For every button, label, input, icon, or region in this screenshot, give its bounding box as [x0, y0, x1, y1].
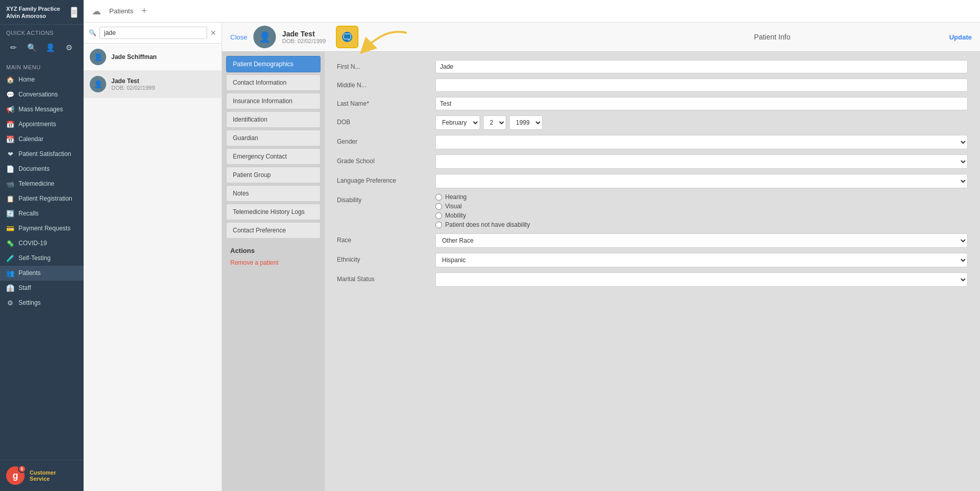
accordion-patient-group[interactable]: Patient Group	[226, 167, 321, 183]
sidebar-item-mass-messages[interactable]: 📢 Mass Messages	[0, 102, 84, 117]
sidebar-item-label: Recalls	[18, 210, 38, 217]
search-input[interactable]	[99, 27, 207, 39]
remove-patient-link[interactable]: Remove a patient	[230, 259, 278, 266]
disability-visual-radio[interactable]	[435, 203, 442, 210]
sidebar-item-recalls[interactable]: 🔄 Recalls	[0, 206, 84, 221]
chat-icon	[341, 31, 353, 43]
middle-name-label: Middle N...	[337, 78, 429, 89]
dob-year-select[interactable]: 1999	[509, 115, 543, 130]
add-user-button[interactable]: 👤	[43, 41, 57, 55]
last-name-label: Last Name*	[337, 97, 429, 107]
marital-status-select[interactable]	[435, 272, 968, 287]
disability-visual-option[interactable]: Visual	[435, 203, 968, 210]
accordion-identification[interactable]: Identification	[226, 111, 321, 128]
patient-header-avatar: 👤	[253, 26, 276, 48]
dob-row: DOB February 2 1999	[337, 115, 968, 130]
sidebar-item-documents[interactable]: 📄 Documents	[0, 162, 84, 176]
avatar: g 5	[6, 466, 25, 485]
notification-badge: 5	[18, 465, 26, 473]
accordion-contact-preference[interactable]: Contact Preference	[226, 222, 321, 239]
accordion-insurance-information[interactable]: Insurance Information	[226, 93, 321, 109]
sidebar-item-payment-requests[interactable]: 💳 Payment Requests	[0, 221, 84, 236]
first-name-row: First N...	[337, 60, 968, 73]
dob-day-select[interactable]: 2	[483, 115, 506, 130]
patient-item[interactable]: 👤 Jade Schiffman	[84, 44, 222, 71]
hamburger-button[interactable]: ≡	[71, 7, 77, 18]
sidebar-item-appointments[interactable]: 📅 Appointments	[0, 117, 84, 132]
payment-icon: 💳	[6, 225, 14, 232]
ethnicity-row: Ethnicity Hispanic	[337, 253, 968, 267]
disability-mobility-radio[interactable]	[435, 212, 442, 219]
sidebar-item-settings[interactable]: ⚙ Settings	[0, 296, 84, 310]
disability-hearing-radio[interactable]	[435, 194, 442, 201]
ethnicity-label: Ethnicity	[337, 253, 429, 263]
patient-info: Jade Schiffman	[111, 53, 215, 61]
sidebar-item-calendar[interactable]: 📆 Calendar	[0, 132, 84, 147]
sidebar-item-label: Patient Satisfaction	[18, 150, 71, 158]
sidebar-item-covid[interactable]: 🦠 COVID-19	[0, 236, 84, 251]
appointments-icon: 📅	[6, 121, 14, 128]
disability-none-radio[interactable]	[435, 222, 442, 228]
sidebar-item-conversations[interactable]: 💬 Conversations	[0, 87, 84, 102]
first-name-input[interactable]	[435, 60, 968, 73]
actions-section: Actions Remove a patient	[226, 241, 321, 272]
grade-school-select[interactable]	[435, 154, 968, 169]
add-patient-button[interactable]: +	[142, 6, 147, 16]
middle-name-input[interactable]	[435, 78, 968, 92]
compose-button[interactable]: ✏	[6, 41, 21, 55]
sidebar-item-label: Payment Requests	[18, 225, 70, 232]
accordion-emergency-contact[interactable]: Emergency Contact	[226, 148, 321, 165]
first-name-label: First N...	[337, 60, 429, 70]
close-button[interactable]: Close	[230, 33, 247, 41]
patient-detail-panel: Close 👤 Jade Test DOB: 02/02/1999 Messag…	[222, 23, 980, 491]
sidebar-item-patients[interactable]: 👥 Patients	[0, 266, 84, 281]
disability-hearing-option[interactable]: Hearing	[435, 193, 968, 201]
sidebar-item-patient-satisfaction[interactable]: ❤ Patient Satisfaction	[0, 147, 84, 162]
disability-none-option[interactable]: Patient does not have disability	[435, 221, 968, 228]
satisfaction-icon: ❤	[6, 150, 14, 158]
search-button[interactable]: 🔍	[25, 41, 39, 55]
patient-avatar: 👤	[90, 49, 106, 65]
disability-mobility-option[interactable]: Mobility	[435, 212, 968, 219]
filter-button[interactable]: ⚙	[62, 41, 76, 55]
sidebar-item-patient-registration[interactable]: 📋 Patient Registration	[0, 191, 84, 206]
message-patient-wrapper: Message patient	[336, 26, 358, 48]
race-select[interactable]: Other Race	[435, 233, 968, 248]
patient-item[interactable]: 👤 Jade Test DOB: 02/02/1999	[84, 71, 222, 98]
dob-field: February 2 1999	[435, 115, 968, 130]
sidebar-item-self-testing[interactable]: 🧪 Self-Testing	[0, 251, 84, 266]
dob-month-select[interactable]: February	[435, 115, 480, 130]
patient-header-info: 👤 Jade Test DOB: 02/02/1999 Message pati…	[253, 26, 595, 48]
search-icon: 🔍	[89, 29, 96, 36]
language-select[interactable]	[435, 174, 968, 188]
message-patient-button[interactable]	[336, 26, 358, 48]
sidebar-item-home[interactable]: 🏠 Home	[0, 72, 84, 87]
ethnicity-select[interactable]: Hispanic	[435, 253, 968, 267]
patient-list-panel: 🔍 ✕ 👤 Jade Schiffman 👤 Jade Test DOB: 02…	[84, 23, 222, 491]
disability-field: Hearing Visual Mobility	[435, 193, 968, 228]
sidebar-item-label: Home	[18, 76, 35, 83]
gender-field	[435, 135, 968, 149]
sidebar-footer: g 5 Customer Service	[0, 460, 84, 491]
conversations-icon: 💬	[6, 91, 14, 99]
accordion-notes[interactable]: Notes	[226, 185, 321, 202]
disability-hearing-label: Hearing	[445, 193, 467, 201]
accordion-contact-information[interactable]: Contact Information	[226, 74, 321, 91]
patient-header-details: Jade Test DOB: 02/02/1999	[282, 30, 326, 44]
accordion-guardian[interactable]: Guardian	[226, 130, 321, 146]
accordion-patient-demographics[interactable]: Patient Demographics	[226, 56, 321, 72]
sidebar-item-telemedicine[interactable]: 📹 Telemedicine	[0, 176, 84, 191]
marital-status-row: Marital Status	[337, 272, 968, 287]
accordion-telemedicine-history[interactable]: Telemedicine History Logs	[226, 204, 321, 220]
sidebar-item-staff[interactable]: 👔 Staff	[0, 281, 84, 296]
patient-avatar: 👤	[90, 76, 106, 92]
telemedicine-icon: 📹	[6, 180, 14, 188]
main-area: ☁ Patients + 🔍 ✕ 👤 Jade Schiffman 👤 Ja	[84, 0, 980, 491]
clear-search-button[interactable]: ✕	[210, 29, 216, 37]
settings-icon: ⚙	[6, 299, 14, 307]
grade-school-label: Grade School	[337, 154, 429, 165]
last-name-input[interactable]	[435, 97, 968, 110]
gender-select[interactable]	[435, 135, 968, 149]
update-button[interactable]: Update	[949, 33, 972, 41]
patient-dob: DOB: 02/02/1999	[111, 85, 215, 91]
